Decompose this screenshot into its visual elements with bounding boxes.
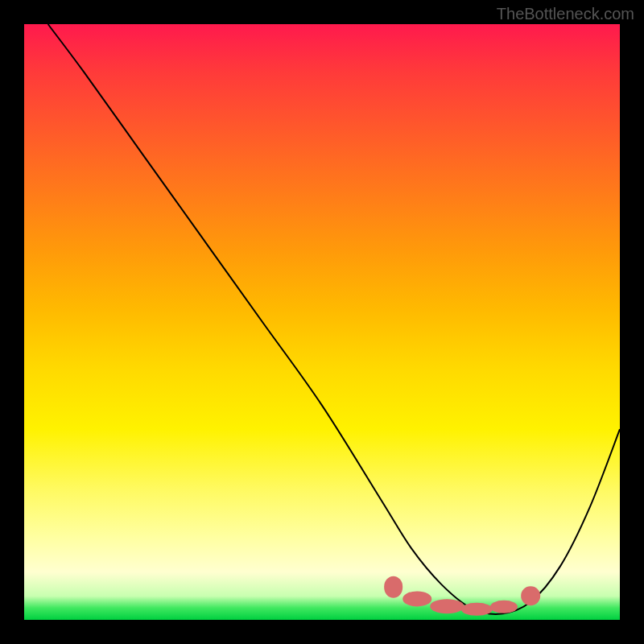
chart-markers-layer (24, 24, 620, 620)
chart-marker (431, 599, 464, 613)
chart-plot-area (24, 24, 620, 620)
chart-marker (403, 591, 432, 606)
chart-marker (490, 601, 518, 613)
chart-marker (521, 587, 540, 606)
watermark-text: TheBottleneck.com (497, 5, 634, 23)
chart-marker (461, 603, 492, 616)
chart-marker (384, 576, 403, 598)
